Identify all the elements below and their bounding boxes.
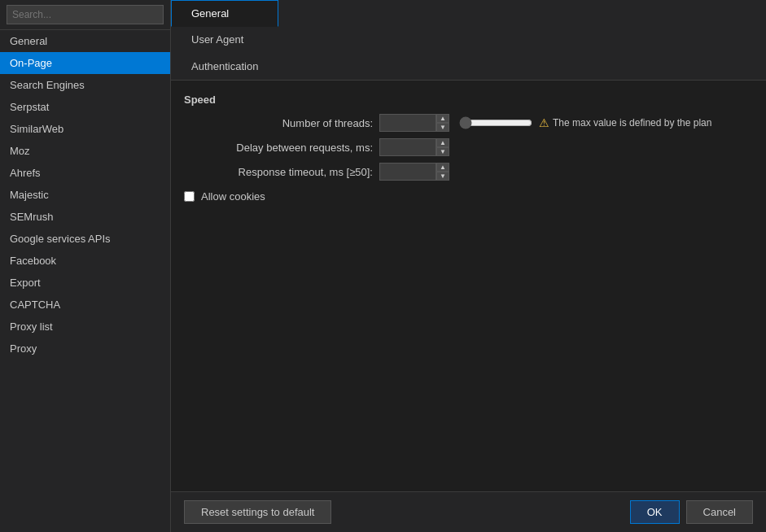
sidebar-item-moz[interactable]: Moz (0, 140, 170, 162)
tab-authentication[interactable]: Authentication (171, 53, 278, 80)
search-input[interactable] (7, 5, 164, 24)
warning-text: The max value is defined by the plan (553, 117, 711, 129)
allow-cookies-checkbox[interactable] (184, 191, 195, 202)
sidebar-item-captcha[interactable]: CAPTCHA (0, 294, 170, 316)
sidebar-item-export[interactable]: Export (0, 272, 170, 294)
timeout-label: Response timeout, ms [≥50]: (184, 166, 379, 178)
timeout-down-button[interactable]: ▼ (436, 172, 449, 181)
sidebar-items-container: GeneralOn-PageSearch EnginesSerpstatSimi… (0, 30, 170, 360)
footer-right: OK Cancel (630, 500, 753, 524)
search-box-container (0, 0, 170, 30)
reset-button[interactable]: Reset settings to default (184, 500, 331, 524)
delay-input[interactable]: 0 (379, 138, 436, 156)
timeout-spin-buttons: ▲ ▼ (436, 163, 449, 181)
threads-slider-container (459, 116, 532, 129)
threads-up-button[interactable]: ▲ (436, 114, 449, 123)
delay-input-container: 0 ▲ ▼ (379, 138, 449, 156)
speed-section-title: Speed (184, 94, 753, 106)
timeout-up-button[interactable]: ▲ (436, 163, 449, 172)
delay-group: Delay between requests, ms: 0 ▲ ▼ (184, 138, 753, 156)
sidebar-item-semrush[interactable]: SEMrush (0, 206, 170, 228)
threads-slider[interactable] (459, 116, 532, 129)
panel: Speed Number of threads: 1 ▲ ▼ ⚠ The max… (171, 81, 766, 491)
sidebar-item-proxy[interactable]: Proxy (0, 338, 170, 360)
main-container: GeneralOn-PageSearch EnginesSerpstatSimi… (0, 0, 766, 532)
delay-up-button[interactable]: ▲ (436, 138, 449, 147)
allow-cookies-group: Allow cookies (184, 190, 753, 203)
threads-spin-buttons: ▲ ▼ (436, 114, 449, 132)
threads-input[interactable]: 1 (379, 114, 436, 132)
sidebar-item-facebook[interactable]: Facebook (0, 250, 170, 272)
sidebar-item-similarweb[interactable]: SimilarWeb (0, 118, 170, 140)
threads-down-button[interactable]: ▼ (436, 123, 449, 132)
threads-input-container: 1 ▲ ▼ ⚠ The max value is defined by the … (379, 114, 711, 132)
sidebar-item-proxy-list[interactable]: Proxy list (0, 316, 170, 338)
tab-user-agent[interactable]: User Agent (171, 26, 278, 53)
timeout-input-container: 12,000 ▲ ▼ (379, 163, 449, 181)
sidebar-item-ahrefs[interactable]: Ahrefs (0, 162, 170, 184)
threads-label: Number of threads: (184, 117, 379, 129)
sidebar-item-serpstat[interactable]: Serpstat (0, 96, 170, 118)
threads-group: Number of threads: 1 ▲ ▼ ⚠ The max value… (184, 114, 753, 132)
sidebar-item-search-engines[interactable]: Search Engines (0, 74, 170, 96)
tabs-container: GeneralUser AgentAuthentication (171, 0, 278, 80)
sidebar-item-majestic[interactable]: Majestic (0, 184, 170, 206)
sidebar-item-general[interactable]: General (0, 30, 170, 52)
warning-text-container: ⚠ The max value is defined by the plan (539, 116, 711, 129)
warning-icon: ⚠ (539, 116, 549, 129)
sidebar-item-on-page[interactable]: On-Page (0, 52, 170, 74)
sidebar-item-google-services-apis[interactable]: Google services APIs (0, 228, 170, 250)
tabs-bar: GeneralUser AgentAuthentication (171, 0, 766, 81)
sidebar: GeneralOn-PageSearch EnginesSerpstatSimi… (0, 0, 171, 532)
timeout-group: Response timeout, ms [≥50]: 12,000 ▲ ▼ (184, 163, 753, 181)
footer: Reset settings to default OK Cancel (171, 491, 766, 532)
timeout-input[interactable]: 12,000 (379, 163, 436, 181)
content-area: GeneralUser AgentAuthentication Speed Nu… (171, 0, 766, 532)
delay-label: Delay between requests, ms: (184, 142, 379, 154)
ok-button[interactable]: OK (630, 500, 680, 524)
tab-general[interactable]: General (171, 0, 278, 27)
delay-spin-buttons: ▲ ▼ (436, 138, 449, 156)
cancel-button[interactable]: Cancel (686, 500, 753, 524)
delay-down-button[interactable]: ▼ (436, 147, 449, 156)
allow-cookies-label[interactable]: Allow cookies (201, 190, 265, 203)
